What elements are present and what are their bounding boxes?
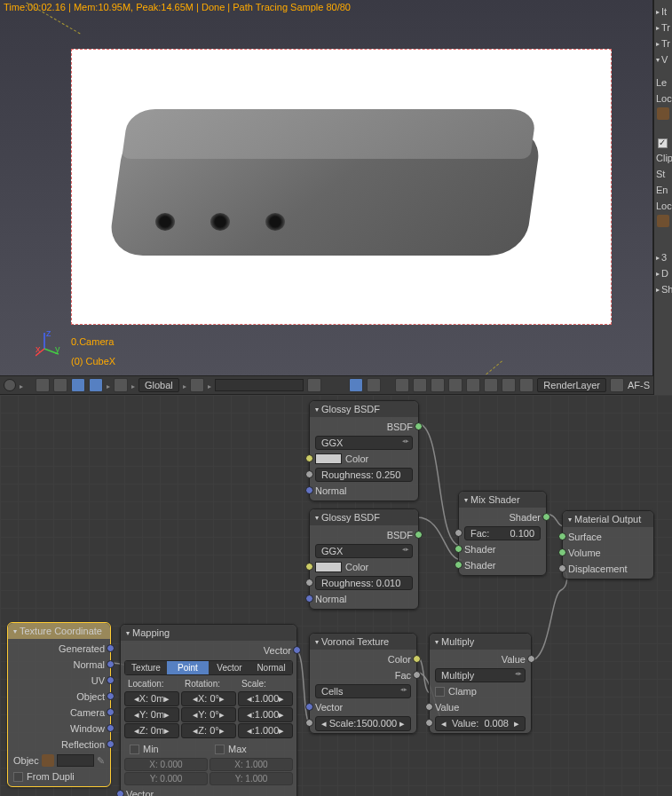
node-math-multiply[interactable]: ▾Multiply Value Multiply Clamp Value ◂Va…: [429, 633, 532, 734]
pause-icon[interactable]: [502, 378, 516, 392]
sphere-icon[interactable]: [519, 378, 534, 392]
render-icon[interactable]: [395, 378, 409, 392]
orientation-select[interactable]: Global: [138, 378, 179, 392]
node-glossy-bsdf-1[interactable]: ▾Glossy BSDF BSDF GGX Color Roughness: 0…: [309, 400, 419, 501]
film-icon[interactable]: [484, 378, 498, 392]
node-mapping[interactable]: ▾Mapping Vector TexturePointVectorNormal…: [120, 624, 297, 796]
pivot-icon[interactable]: [190, 378, 204, 392]
object-picker[interactable]: [57, 754, 94, 767]
object-label: (0) CubeX: [71, 356, 115, 366]
lock-icon[interactable]: [307, 378, 321, 392]
editor-type[interactable]: [4, 379, 16, 391]
cube-icon[interactable]: [657, 215, 669, 227]
rendered-object: [116, 85, 560, 307]
mapping-tabs[interactable]: TexturePointVectorNormal: [124, 660, 293, 675]
shading-icon[interactable]: [349, 378, 363, 392]
rotate-icon[interactable]: [71, 378, 85, 392]
render-frame: [71, 49, 612, 325]
n-panel[interactable]: ▸It ▸Tr ▸Tr ▾V Le Loc Clip St En Loc ▸3 …: [653, 0, 672, 395]
viewport-3d[interactable]: Time:00:02.16 | Mem:10.95M, Peak:14.65M …: [0, 0, 653, 375]
node-material-output[interactable]: ▾Material Output Surface Volume Displace…: [562, 510, 654, 579]
layers[interactable]: [215, 379, 304, 391]
cube-icon[interactable]: [657, 107, 669, 120]
camera-icon[interactable]: [466, 378, 480, 392]
scale-icon[interactable]: [89, 378, 103, 392]
gizmo-icon[interactable]: [413, 378, 427, 392]
axis-gizmo: zyx: [36, 331, 62, 359]
node-glossy-bsdf-2[interactable]: ▾Glossy BSDF BSDF GGX Color Roughness: 0…: [309, 508, 419, 610]
cube-icon[interactable]: [42, 754, 54, 767]
image-icon[interactable]: [610, 378, 624, 392]
sphere-icon[interactable]: [367, 378, 381, 392]
node-editor[interactable]: ▾Texture Coordinate Generated Normal UV …: [0, 395, 672, 796]
node-mix-shader[interactable]: ▾Mix Shader Shader Fac:0.100 Shader Shad…: [458, 491, 547, 576]
svg-text:x: x: [36, 343, 41, 354]
camera-label: 0.Camera: [71, 336, 114, 347]
dupli-checkbox[interactable]: [13, 772, 23, 782]
svg-text:y: y: [55, 343, 60, 354]
renderlayer-select[interactable]: RenderLayer: [537, 378, 606, 392]
move-icon[interactable]: [53, 378, 67, 392]
magnet-icon[interactable]: [114, 378, 128, 392]
xray-icon[interactable]: [448, 378, 462, 392]
node-texture-coordinate[interactable]: ▾Texture Coordinate Generated Normal UV …: [7, 622, 111, 787]
checkbox[interactable]: [658, 138, 668, 148]
render-status: Time:00:02.16 | Mem:10.95M, Peak:14.65M …: [4, 2, 351, 12]
svg-text:z: z: [46, 331, 51, 338]
cursor-icon[interactable]: [36, 378, 50, 392]
viewport-toolbar: Global RenderLayer AF-S: [0, 375, 653, 395]
overlay-icon[interactable]: [431, 378, 445, 392]
af-label: AF-S: [628, 380, 650, 390]
node-voronoi[interactable]: ▾Voronoi Texture Color Fac Cells Vector …: [309, 633, 417, 734]
